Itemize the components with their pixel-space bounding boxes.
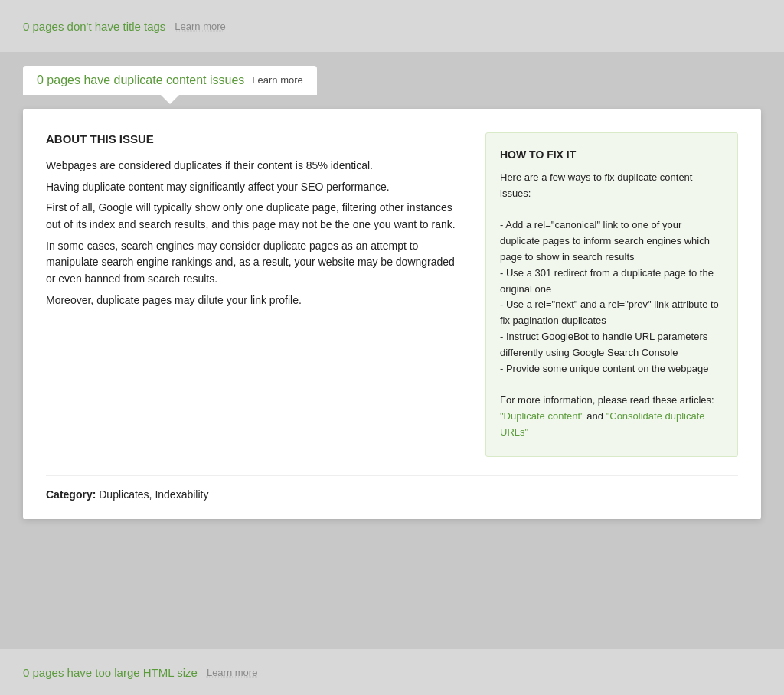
fix-title: HOW TO FIX IT	[500, 148, 724, 161]
about-title: ABOUT THIS ISSUE	[46, 132, 459, 145]
top-row: 0 pages don't have title tags Learn more	[0, 0, 784, 52]
fix-item-2: - Use a 301 redirect from a duplicate pa…	[500, 267, 714, 295]
category-label: Category:	[46, 488, 96, 501]
top-learn-more-link[interactable]: Learn more	[175, 21, 225, 32]
background: 0 pages don't have title tags Learn more…	[0, 0, 784, 695]
fix-article-intro: For more information, please read these …	[500, 394, 714, 406]
fix-body: Here are a few ways to fix duplicate con…	[500, 170, 724, 441]
bottom-row: 0 pages have too large HTML size Learn m…	[0, 649, 784, 695]
fix-item-1: - Add a rel="canonical" link to one of y…	[500, 219, 710, 263]
fix-link-1[interactable]: "Duplicate content"	[500, 410, 584, 422]
category-value: Duplicates, Indexability	[99, 488, 208, 501]
bottom-learn-more-link[interactable]: Learn more	[207, 667, 257, 678]
fix-link-and: and	[586, 410, 606, 422]
tab-pointer	[161, 95, 179, 104]
tab-learn-more-link[interactable]: Learn more	[252, 74, 302, 86]
about-para-3: First of all, Google will typically show…	[46, 200, 459, 233]
fix-item-5: - Provide some unique content on the web…	[500, 363, 708, 374]
bottom-row-label: 0 pages have too large HTML size	[23, 666, 198, 679]
fix-intro: Here are a few ways to fix duplicate con…	[500, 171, 692, 199]
about-section: ABOUT THIS ISSUE Webpages are considered…	[46, 132, 467, 457]
active-tab-row: 0 pages have duplicate content issues Le…	[0, 61, 784, 100]
about-para-5: Moreover, duplicate pages may dilute you…	[46, 292, 459, 309]
category-row: Category: Duplicates, Indexability	[46, 475, 738, 501]
fix-section: HOW TO FIX IT Here are a few ways to fix…	[485, 132, 738, 457]
fix-item-4: - Instruct GoogleBot to handle URL param…	[500, 331, 707, 358]
popup-panel: ABOUT THIS ISSUE Webpages are considered…	[23, 109, 761, 519]
about-para-2: Having duplicate content may significant…	[46, 179, 459, 196]
active-tab-pill[interactable]: 0 pages have duplicate content issues Le…	[23, 66, 317, 95]
top-row-label: 0 pages don't have title tags	[23, 20, 165, 33]
tab-pill-label: 0 pages have duplicate content issues	[37, 73, 244, 87]
about-para-4: In some cases, search engines may consid…	[46, 238, 459, 288]
about-body: Webpages are considered duplicates if th…	[46, 158, 459, 309]
fix-item-3: - Use a rel="next" and a rel="prev" link…	[500, 299, 719, 326]
panel-body: ABOUT THIS ISSUE Webpages are considered…	[46, 132, 738, 457]
about-para-1: Webpages are considered duplicates if th…	[46, 158, 459, 175]
